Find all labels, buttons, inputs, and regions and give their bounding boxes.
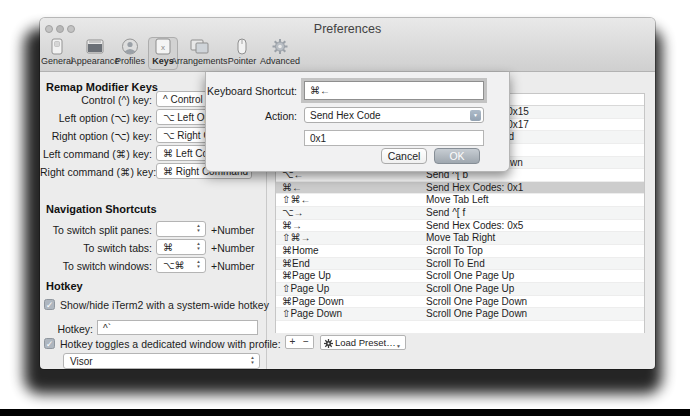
plus-number-text: +Number bbox=[211, 224, 254, 236]
plus-number-text: +Number bbox=[211, 260, 254, 272]
stepper-arrows-icon: ▲▼ bbox=[248, 355, 257, 365]
light-switch-icon bbox=[46, 38, 68, 55]
hex-code-input[interactable]: 0x1 bbox=[304, 130, 484, 146]
table-row[interactable]: ⇧⌘←Move Tab Left bbox=[276, 194, 644, 207]
section-heading-remap: Remap Modifier Keys bbox=[46, 81, 158, 93]
popup-chevron-icon: ▼ bbox=[470, 110, 481, 121]
switch-tabs-popup[interactable]: ⌘ ▲▼ bbox=[156, 239, 206, 255]
load-preset-popup[interactable]: Load Preset… ▼ bbox=[320, 335, 406, 350]
table-row[interactable]: ⌘Page DownScroll One Page Down bbox=[276, 296, 644, 309]
section-heading-hotkey: Hotkey bbox=[46, 280, 83, 292]
edit-shortcut-sheet: Keyboard Shortcut: ⌘← Action: Send Hex C… bbox=[205, 72, 510, 172]
left-option-key-label: Left option (⌥) key: bbox=[40, 112, 152, 124]
table-row[interactable] bbox=[276, 321, 644, 334]
stepper-arrows-icon: ▲▼ bbox=[194, 223, 203, 233]
left-command-key-label: Left command (⌘) key: bbox=[40, 148, 152, 160]
table-row[interactable]: ⇧Page DownScroll One Page Down bbox=[276, 308, 644, 321]
cancel-button[interactable]: Cancel bbox=[381, 148, 427, 164]
table-row-selected[interactable]: ⌘←Send Hex Codes: 0x1 bbox=[276, 182, 644, 195]
right-option-key-label: Right option (⌥) key: bbox=[40, 130, 152, 142]
toolbar-tab-advanced[interactable]: Advanced bbox=[252, 37, 308, 71]
switch-windows-popup[interactable]: ⌥⌘ ▲▼ bbox=[156, 257, 206, 273]
right-command-key-label: Right command (⌘) key: bbox=[40, 166, 152, 178]
switch-split-panes-popup[interactable]: ▲▼ bbox=[156, 221, 206, 237]
hotkey-field-label: Hotkey: bbox=[40, 323, 93, 335]
switch-tabs-label: To switch tabs: bbox=[40, 242, 152, 254]
chevron-down-icon: ▼ bbox=[396, 340, 401, 353]
dedicated-window-checkbox[interactable]: ✓ bbox=[44, 338, 55, 349]
windows-icon bbox=[188, 38, 210, 55]
table-row[interactable]: ⌘Page UpScroll One Page Up bbox=[276, 270, 644, 283]
switch-split-panes-label: To switch split panes: bbox=[40, 224, 152, 236]
window-title: Preferences bbox=[40, 22, 655, 36]
control-key-label: Control (^) key: bbox=[40, 94, 152, 106]
stepper-arrows-icon: ▲▼ bbox=[194, 241, 203, 251]
switch-windows-label: To switch windows: bbox=[40, 260, 152, 272]
table-row[interactable]: ⌘→Send Hex Codes: 0x5 bbox=[276, 220, 644, 233]
table-row[interactable]: ⇧⌘→Move Tab Right bbox=[276, 232, 644, 245]
keyboard-shortcut-label: Keyboard Shortcut: bbox=[207, 85, 297, 97]
show-hide-hotkey-checkbox[interactable]: ✓ bbox=[44, 299, 55, 310]
keyboard-shortcut-input[interactable]: ⌘← bbox=[304, 81, 484, 100]
section-heading-navigation: Navigation Shortcuts bbox=[46, 203, 157, 215]
gear-icon bbox=[324, 339, 333, 348]
action-popup[interactable]: Send Hex Code ▼ bbox=[304, 107, 484, 123]
ok-button[interactable]: OK bbox=[434, 148, 480, 164]
plus-number-text: +Number bbox=[211, 242, 254, 254]
stepper-arrows-icon: ▲▼ bbox=[194, 259, 203, 269]
svg-text:x: x bbox=[161, 43, 165, 52]
profile-popup[interactable]: Visor ▲▼ bbox=[63, 353, 260, 369]
load-preset-label: Load Preset… bbox=[335, 337, 396, 348]
dedicated-window-label: Hotkey toggles a dedicated window with p… bbox=[60, 338, 281, 350]
table-row[interactable]: ⌘HomeScroll To Top bbox=[276, 245, 644, 258]
table-row[interactable]: ⌥→Send ^[ f bbox=[276, 207, 644, 220]
table-row[interactable]: ⌘EndScroll To End bbox=[276, 258, 644, 271]
show-hide-hotkey-label: Show/hide iTerm2 with a system-wide hotk… bbox=[60, 299, 269, 311]
remove-mapping-button[interactable]: − bbox=[299, 335, 314, 349]
window-chrome: Preferences General Appearance Profiles … bbox=[40, 18, 655, 72]
action-label: Action: bbox=[265, 110, 297, 122]
add-mapping-button[interactable]: + bbox=[285, 335, 300, 349]
toolbar-label: Advanced bbox=[252, 56, 308, 66]
table-row[interactable]: ⇧Page UpScroll One Page Up bbox=[276, 283, 644, 296]
background-bottom-band bbox=[0, 409, 690, 416]
mouse-icon bbox=[231, 38, 253, 55]
hotkey-field[interactable]: ^` bbox=[97, 320, 258, 335]
preferences-window: Preferences General Appearance Profiles … bbox=[40, 18, 655, 369]
gear-icon bbox=[269, 38, 291, 55]
